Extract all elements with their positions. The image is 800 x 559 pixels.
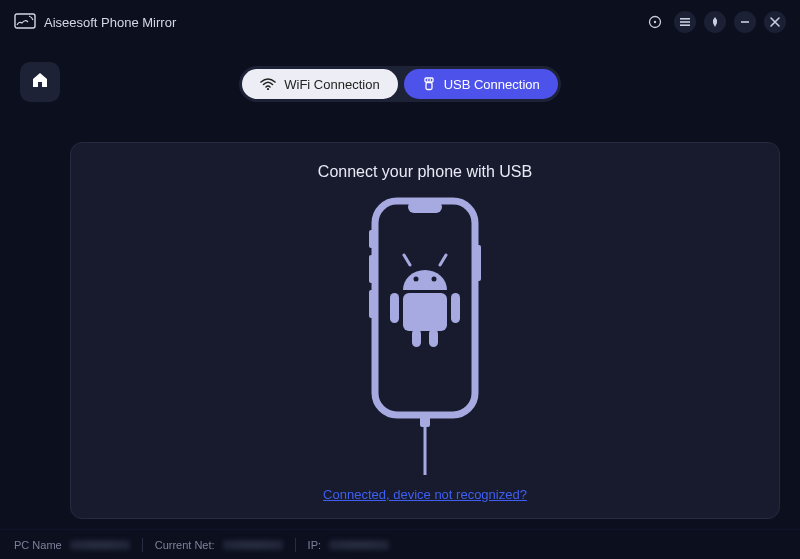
- svg-line-20: [404, 255, 410, 265]
- svg-rect-27: [412, 329, 421, 347]
- status-separator: [142, 538, 143, 552]
- current-net-value: [223, 540, 283, 550]
- tab-usb-label: USB Connection: [444, 77, 540, 92]
- svg-rect-15: [408, 201, 442, 213]
- svg-rect-6: [741, 21, 749, 23]
- svg-rect-8: [425, 78, 433, 82]
- feedback-button[interactable]: [644, 11, 666, 33]
- close-button[interactable]: [764, 11, 786, 33]
- ip-label: IP:: [308, 539, 321, 551]
- app-title-slot: Aiseesoft Phone Mirror: [14, 13, 176, 31]
- tab-wifi-connection[interactable]: WiFi Connection: [242, 69, 397, 99]
- title-bar: Aiseesoft Phone Mirror: [0, 0, 800, 44]
- status-separator: [295, 538, 296, 552]
- wifi-icon: [260, 78, 276, 90]
- svg-point-2: [654, 21, 656, 23]
- app-logo-icon: [14, 13, 36, 31]
- svg-rect-3: [680, 18, 690, 20]
- pc-name-value: [70, 540, 130, 550]
- connection-tabs: WiFi Connection USB Connection: [12, 66, 788, 102]
- android-phone-icon: [340, 195, 510, 475]
- usb-panel: Connect your phone with USB: [70, 142, 780, 519]
- panel-title: Connect your phone with USB: [318, 163, 532, 181]
- menu-button[interactable]: [674, 11, 696, 33]
- tab-wifi-label: WiFi Connection: [284, 77, 379, 92]
- svg-rect-19: [476, 245, 481, 281]
- pin-button[interactable]: [704, 11, 726, 33]
- pc-name-label: PC Name: [14, 539, 62, 551]
- device-not-recognized-link[interactable]: Connected, device not recognized?: [323, 487, 527, 502]
- svg-rect-4: [680, 21, 690, 23]
- svg-rect-9: [427, 79, 428, 81]
- svg-rect-17: [369, 255, 374, 283]
- svg-rect-5: [680, 24, 690, 26]
- current-net-label: Current Net:: [155, 539, 215, 551]
- usb-icon: [422, 77, 436, 91]
- tab-group: WiFi Connection USB Connection: [239, 66, 561, 102]
- minimize-button[interactable]: [734, 11, 756, 33]
- home-button[interactable]: [20, 62, 60, 102]
- svg-rect-28: [429, 329, 438, 347]
- svg-rect-18: [369, 290, 374, 318]
- svg-point-22: [414, 277, 419, 282]
- svg-rect-16: [369, 230, 374, 248]
- ip-value: [329, 540, 389, 550]
- svg-rect-26: [451, 293, 460, 323]
- svg-point-7: [267, 88, 269, 90]
- main-area: WiFi Connection USB Connection Connect y…: [0, 44, 800, 529]
- home-icon: [30, 70, 50, 94]
- phone-illustration: [71, 195, 779, 487]
- app-title: Aiseesoft Phone Mirror: [44, 15, 176, 30]
- svg-rect-10: [429, 79, 430, 81]
- svg-line-21: [440, 255, 446, 265]
- svg-rect-25: [390, 293, 399, 323]
- svg-rect-24: [403, 293, 447, 331]
- status-bar: PC Name Current Net: IP:: [0, 529, 800, 559]
- svg-point-23: [432, 277, 437, 282]
- tab-usb-connection[interactable]: USB Connection: [404, 69, 558, 99]
- svg-rect-11: [426, 83, 432, 90]
